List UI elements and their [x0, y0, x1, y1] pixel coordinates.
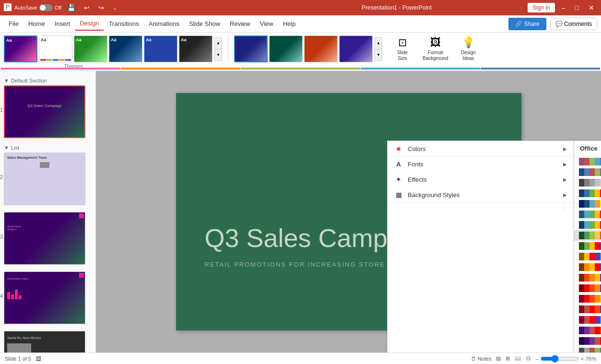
- variant-1[interactable]: [234, 35, 268, 62]
- slide-thumb-3[interactable]: Southwest Region: [4, 212, 85, 265]
- save-button[interactable]: 💾: [64, 3, 78, 12]
- theme-color-row[interactable]: Green: [574, 230, 601, 241]
- format-background-action[interactable]: 🖼 FormatBackground: [417, 35, 454, 63]
- theme-dark[interactable]: Aa: [179, 35, 212, 62]
- autosave-switch[interactable]: [39, 4, 53, 11]
- color-swatches: [579, 242, 601, 250]
- menu-item-slideshow[interactable]: Slide Show: [184, 17, 225, 30]
- color-swatch: [595, 337, 600, 345]
- design-ideas-action[interactable]: 💡 DesignIdeas: [454, 35, 483, 63]
- dropdown-effects[interactable]: ✦ Effects ▶: [388, 172, 574, 187]
- variant-scroll-up[interactable]: ▲: [375, 37, 382, 49]
- customize-qat-button[interactable]: ⌄: [110, 4, 119, 12]
- section-default[interactable]: ▼ Default Section: [4, 78, 92, 83]
- color-swatch: [579, 232, 584, 239]
- theme-color-row[interactable]: Green Yellow: [574, 241, 601, 251]
- slide-thumb-1[interactable]: Q3 Sales Campaign: [4, 85, 85, 138]
- close-button[interactable]: ✕: [586, 3, 597, 12]
- color-swatch: [589, 295, 595, 303]
- notes-button[interactable]: 🗒 Notes: [471, 356, 492, 362]
- color-swatch: [579, 327, 584, 334]
- color-swatch: [589, 200, 595, 208]
- color-panel-scroll[interactable]: OfficeOffice 2007 - 2010GrayscaleBlue Wa…: [574, 156, 601, 352]
- color-swatch: [579, 221, 584, 229]
- theme-blue[interactable]: Aa: [109, 35, 142, 62]
- zoom-out-button[interactable]: –: [535, 356, 538, 362]
- share-button[interactable]: 🔗 Share: [508, 18, 546, 30]
- color-swatch: [595, 200, 600, 208]
- theme-pattern[interactable]: Aa: [144, 35, 177, 62]
- theme-color-row[interactable]: Office: [574, 156, 601, 167]
- slide-thumb-5[interactable]: Santa Fe, New Mexico: [4, 331, 85, 352]
- slide-wrapper-5: 5 Santa Fe, New Mexico: [4, 331, 92, 352]
- menu-item-file[interactable]: File: [4, 17, 24, 30]
- zoom-slider[interactable]: [541, 355, 579, 363]
- menu-item-animations[interactable]: Animations: [144, 17, 184, 30]
- menu-item-transitions[interactable]: Transitions: [104, 17, 144, 30]
- theme-color-row[interactable]: Violet: [574, 325, 601, 336]
- variant-scroll-down[interactable]: ▼: [375, 49, 382, 61]
- slide-sorter-button[interactable]: ⊞: [506, 355, 510, 362]
- section-list[interactable]: ▼ List: [4, 145, 92, 151]
- theme-color-row[interactable]: Orange Red: [574, 283, 601, 294]
- theme-plain[interactable]: Aa: [39, 35, 72, 62]
- zoom-in-button[interactable]: +: [581, 356, 584, 362]
- slide-info: Slide 1 of 5: [5, 356, 31, 362]
- color-swatch: [579, 284, 584, 292]
- theme-color-row[interactable]: Blue Warm: [574, 188, 601, 199]
- theme-color-row[interactable]: Orange: [574, 272, 601, 283]
- menu-item-help[interactable]: Help: [278, 17, 301, 30]
- reading-view-button[interactable]: 📖: [515, 355, 521, 362]
- slide-number-3: 3: [0, 234, 3, 239]
- color-swatches: [579, 295, 601, 303]
- variant-4[interactable]: [339, 35, 373, 62]
- theme-color-row[interactable]: Blue Green: [574, 220, 601, 230]
- dropdown-fonts[interactable]: A Fonts ▶: [388, 157, 574, 172]
- theme-office[interactable]: Aa: [4, 35, 37, 62]
- variant-3[interactable]: [304, 35, 338, 62]
- color-swatches: [579, 337, 601, 345]
- title-bar-left: 🅿 AutoSave Off 💾 ↩ ↪ ⌄: [4, 3, 266, 12]
- signin-button[interactable]: Sign in: [528, 3, 555, 12]
- color-swatch: [584, 179, 589, 187]
- autosave-toggle[interactable]: AutoSave Off: [14, 4, 61, 11]
- theme-color-row[interactable]: Median: [574, 346, 601, 352]
- theme-color-row[interactable]: Red Violet: [574, 315, 601, 325]
- menu-item-design[interactable]: Design: [75, 17, 104, 31]
- slide-size-action[interactable]: ⊡ SlideSize: [388, 35, 417, 63]
- theme-color-row[interactable]: Blue II: [574, 209, 601, 220]
- status-bar-right: 🗒 Notes ▤ ⊞ 📖 ⊡ – + 76%: [471, 355, 596, 363]
- minimize-button[interactable]: –: [559, 3, 568, 12]
- theme-color-row[interactable]: Office 2007 - 2010: [574, 167, 601, 177]
- color-swatch: [589, 168, 595, 176]
- menu-item-review[interactable]: Review: [225, 17, 255, 30]
- maximize-button[interactable]: □: [572, 3, 582, 12]
- comments-button[interactable]: 💬 Comments: [550, 18, 597, 30]
- variant-2[interactable]: [269, 35, 303, 62]
- color-swatch: [595, 348, 600, 352]
- theme-green[interactable]: Aa: [74, 35, 107, 62]
- menu-item-insert[interactable]: Insert: [50, 17, 75, 30]
- theme-color-row[interactable]: Violet II: [574, 336, 601, 346]
- normal-view-button[interactable]: ▤: [496, 355, 501, 362]
- menu-item-home[interactable]: Home: [24, 17, 50, 30]
- dropdown-bg-styles[interactable]: ▦ Background Styles ▶: [388, 187, 574, 202]
- slide-thumb-2[interactable]: Sales Management Team: [4, 153, 85, 205]
- theme-color-row[interactable]: Red Orange: [574, 294, 601, 304]
- colors-dropdown-container: ■ Colors ▶ A Fonts ▶ ✦ Effects ▶ ▦ Ba: [387, 141, 601, 352]
- theme-color-row[interactable]: Yellow Orange: [574, 262, 601, 272]
- color-swatch: [579, 295, 584, 303]
- undo-button[interactable]: ↩: [81, 3, 93, 12]
- theme-color-row[interactable]: Grayscale: [574, 177, 601, 188]
- dropdown-colors[interactable]: ■ Colors ▶: [388, 141, 574, 156]
- slide-thumb-4[interactable]: Southwest Sales: [4, 271, 85, 324]
- fit-slide-button[interactable]: ⊡: [526, 355, 530, 362]
- scroll-up-button[interactable]: ▲: [214, 37, 222, 49]
- menu-item-view[interactable]: View: [255, 17, 278, 30]
- scroll-down-button[interactable]: ▼: [214, 49, 222, 61]
- theme-color-row[interactable]: Yellow: [574, 251, 601, 262]
- color-swatch: [589, 263, 595, 271]
- redo-button[interactable]: ↪: [95, 3, 107, 12]
- theme-color-row[interactable]: Red: [574, 304, 601, 315]
- theme-color-row[interactable]: Blue: [574, 199, 601, 209]
